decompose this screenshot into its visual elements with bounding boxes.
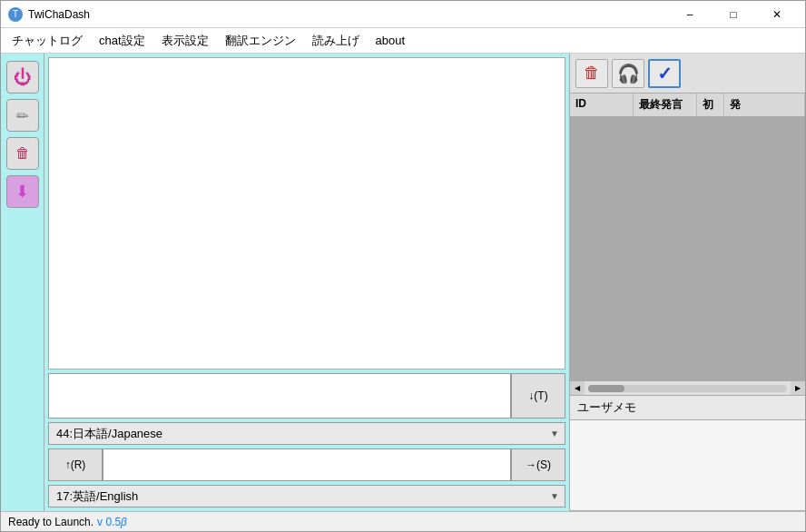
translation-section: ↓(T) 44:日本語/Japanese ▼ ↑(R) →(S): [44, 369, 569, 511]
chat-log-area[interactable]: [48, 57, 565, 369]
status-text: Ready to Launch.: [8, 516, 93, 528]
close-button[interactable]: ✕: [756, 2, 798, 27]
menu-item-chat-log[interactable]: チャットログ: [5, 29, 90, 53]
col-header-id: ID: [570, 94, 634, 116]
minimize-button[interactable]: –: [669, 2, 711, 27]
delete-user-button[interactable]: 🗑: [575, 59, 608, 88]
status-beta: β: [121, 516, 127, 528]
user-table-header: ID 最終発言 初 発: [570, 94, 805, 117]
window-title: TwiChaDash: [28, 8, 669, 21]
download-button[interactable]: ⬇: [6, 175, 39, 208]
col-header-first: 初: [697, 94, 724, 116]
menu-bar: チャットログ chat設定 表示設定 翻訳エンジン 読み上げ about: [1, 28, 805, 54]
sidebar: ⏻ ✏ 🗑 ⬇: [1, 54, 44, 511]
title-bar: T TwiChaDash – □ ✕: [1, 1, 805, 28]
user-memo-section: ユーザメモ: [570, 395, 805, 511]
delete-button[interactable]: 🗑: [6, 137, 39, 170]
from-lang-select[interactable]: 44:日本語/Japanese: [49, 423, 545, 444]
menu-item-translation-engine[interactable]: 翻訳エンジン: [218, 29, 303, 53]
from-lang-selector-row[interactable]: 44:日本語/Japanese ▼: [48, 422, 565, 445]
from-translation-row: ↓(T): [48, 373, 565, 419]
user-table-body[interactable]: [570, 117, 805, 380]
to-lang-select[interactable]: 17:英語/English: [49, 486, 545, 507]
from-translation-input[interactable]: [48, 373, 511, 419]
right-panel-main: ID 最終発言 初 発 ◀ ▶ ユーザメモ: [570, 94, 805, 511]
right-panel: 🗑 🎧 ✓ ID 最終発言 初 発 ◀: [569, 54, 805, 511]
to-lang-dropdown-arrow: ▼: [545, 491, 565, 501]
maximize-button[interactable]: □: [713, 2, 754, 27]
user-table-scrollbar[interactable]: ◀ ▶: [570, 380, 805, 395]
col-header-count: 発: [724, 94, 805, 116]
menu-item-about[interactable]: about: [369, 30, 413, 51]
send-button[interactable]: →(S): [511, 448, 565, 481]
from-lang-dropdown-arrow: ▼: [545, 429, 565, 438]
col-header-last: 最終発言: [634, 94, 697, 116]
send-row: ↑(R) →(S): [48, 448, 565, 481]
right-toolbar: 🗑 🎧 ✓: [570, 54, 805, 94]
scrollbar-track[interactable]: [588, 385, 787, 392]
check-button[interactable]: ✓: [648, 59, 681, 88]
user-memo-label: ユーザメモ: [570, 395, 805, 420]
menu-item-display-settings[interactable]: 表示設定: [154, 29, 216, 53]
translate-down-button[interactable]: ↓(T): [511, 373, 565, 419]
scrollbar-thumb[interactable]: [588, 385, 624, 392]
menu-item-chat-settings[interactable]: chat設定: [92, 29, 152, 53]
reply-label-button[interactable]: ↑(R): [48, 448, 103, 481]
user-memo-content[interactable]: [570, 420, 805, 511]
main-content: ⏻ ✏ 🗑 ⬇ ↓(T) 44:日本語/Japanese: [1, 54, 805, 511]
scroll-right-arrow[interactable]: ▶: [791, 381, 805, 395]
center-panel: ↓(T) 44:日本語/Japanese ▼ ↑(R) →(S): [44, 54, 569, 511]
power-button[interactable]: ⏻: [6, 61, 39, 94]
scroll-left-arrow[interactable]: ◀: [570, 381, 585, 395]
edit-button[interactable]: ✏: [6, 99, 39, 132]
status-bar: Ready to Launch. v 0.5 β: [1, 511, 805, 531]
window-controls: – □ ✕: [669, 2, 798, 27]
send-input[interactable]: [103, 448, 511, 481]
main-window: T TwiChaDash – □ ✕ チャットログ chat設定 表示設定 翻訳…: [0, 0, 806, 532]
headphone-button[interactable]: 🎧: [612, 59, 644, 88]
status-version: v 0.5: [97, 516, 121, 528]
app-icon: T: [8, 7, 23, 22]
menu-item-read-aloud[interactable]: 読み上げ: [305, 29, 367, 53]
to-lang-selector-row[interactable]: 17:英語/English ▼: [48, 485, 565, 507]
